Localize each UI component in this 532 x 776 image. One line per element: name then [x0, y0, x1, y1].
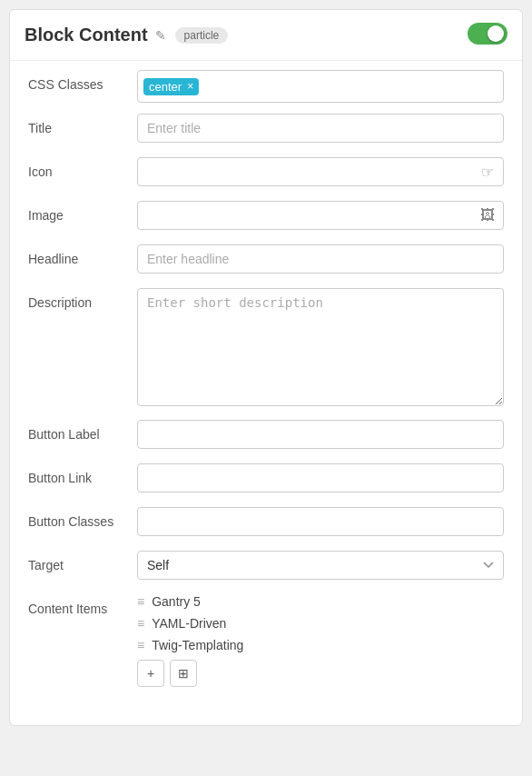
icon-picker-btn[interactable]: ☞: [471, 157, 504, 186]
image-input[interactable]: [137, 201, 504, 230]
css-class-tag: center ×: [143, 78, 199, 95]
particle-badge: particle: [175, 27, 229, 44]
tag-remove-btn[interactable]: ×: [187, 81, 193, 92]
icon-row: Icon ☞: [28, 157, 504, 190]
button-link-input[interactable]: [137, 463, 504, 492]
icon-input[interactable]: [137, 157, 504, 186]
css-classes-tag-input[interactable]: center ×: [137, 70, 504, 103]
content-items-row: Content Items ≡ Gantry 5 ≡ YAML-Driven ≡…: [28, 594, 504, 687]
title-input[interactable]: [137, 114, 504, 143]
icon-label: Icon: [28, 157, 137, 179]
image-control: 🖼: [137, 201, 504, 230]
image-input-wrap: 🖼: [137, 201, 504, 230]
page-title: Block Content: [25, 25, 148, 45]
content-item-actions: + ⊞: [137, 660, 504, 687]
enable-toggle[interactable]: [468, 23, 507, 45]
content-item-text: Gantry 5: [152, 594, 201, 609]
list-item: ≡ Gantry 5: [137, 594, 504, 609]
drag-handle-icon[interactable]: ≡: [137, 594, 144, 609]
title-row: Title: [28, 114, 504, 146]
image-row: Image 🖼: [28, 201, 504, 234]
content-item-text: Twig-Templating: [152, 638, 243, 652]
icon-control: ☞: [137, 157, 504, 186]
target-select[interactable]: Self _blank _parent _top: [137, 551, 504, 580]
description-control: [137, 288, 504, 409]
css-classes-control: center ×: [137, 70, 504, 103]
description-row: Description: [28, 288, 504, 409]
list-item: ≡ Twig-Templating: [137, 638, 504, 652]
edit-icon[interactable]: ✎: [155, 28, 166, 43]
headline-label: Headline: [28, 244, 137, 266]
button-link-label: Button Link: [28, 463, 137, 485]
image-picker-btn[interactable]: 🖼: [471, 201, 504, 230]
content-item-text: YAML-Driven: [152, 616, 226, 631]
css-classes-row: CSS Classes center ×: [28, 70, 504, 103]
drag-handle-icon[interactable]: ≡: [137, 638, 144, 652]
grid-view-btn[interactable]: ⊞: [170, 660, 197, 687]
button-label-row: Button Label: [28, 420, 504, 453]
button-link-row: Button Link: [28, 463, 504, 496]
block-content-panel: Block Content ✎ particle CSS Classes cen…: [9, 9, 523, 726]
css-classes-label: CSS Classes: [28, 70, 137, 92]
drag-handle-icon[interactable]: ≡: [137, 616, 144, 631]
title-control: [137, 114, 504, 143]
button-classes-control: [137, 507, 504, 536]
button-classes-row: Button Classes: [28, 507, 504, 540]
button-label-label: Button Label: [28, 420, 137, 442]
add-content-item-btn[interactable]: +: [137, 660, 164, 687]
headline-input[interactable]: [137, 244, 504, 274]
button-link-control: [137, 463, 504, 492]
target-label: Target: [28, 551, 137, 572]
form-body: CSS Classes center × Title Icon: [10, 61, 522, 707]
description-label: Description: [28, 288, 137, 310]
panel-header: Block Content ✎ particle: [10, 10, 522, 61]
target-control: Self _blank _parent _top: [137, 551, 504, 580]
toggle-wrapper: [468, 23, 507, 47]
description-textarea[interactable]: [137, 288, 504, 406]
button-label-control: [137, 420, 504, 449]
content-items-label: Content Items: [28, 594, 137, 616]
icon-input-wrap: ☞: [137, 157, 504, 186]
title-label: Title: [28, 114, 137, 135]
list-item: ≡ YAML-Driven: [137, 616, 504, 631]
button-label-input[interactable]: [137, 420, 504, 449]
toggle-slider: [468, 23, 507, 45]
image-label: Image: [28, 201, 137, 223]
button-classes-input[interactable]: [137, 507, 504, 536]
target-row: Target Self _blank _parent _top: [28, 551, 504, 583]
content-items-list: ≡ Gantry 5 ≡ YAML-Driven ≡ Twig-Templati…: [137, 594, 504, 687]
button-classes-label: Button Classes: [28, 507, 137, 529]
headline-row: Headline: [28, 244, 504, 277]
headline-control: [137, 244, 504, 274]
